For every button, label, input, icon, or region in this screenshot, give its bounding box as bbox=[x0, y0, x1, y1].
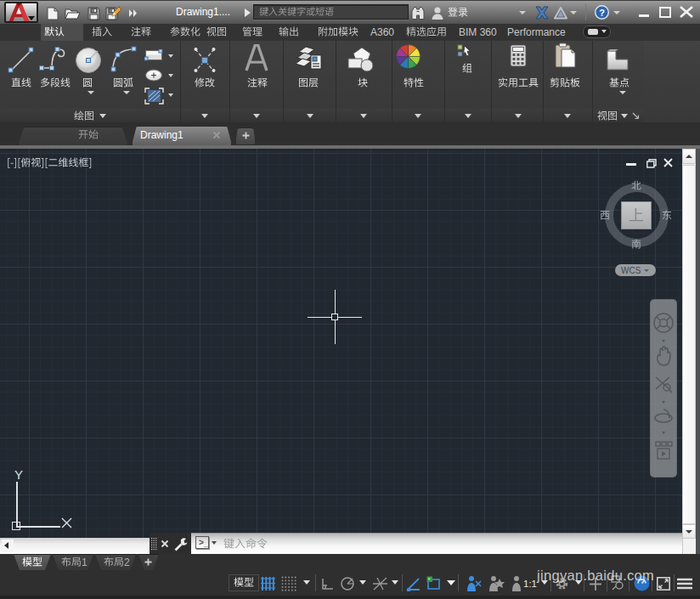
svg-text:?: ? bbox=[599, 8, 605, 18]
